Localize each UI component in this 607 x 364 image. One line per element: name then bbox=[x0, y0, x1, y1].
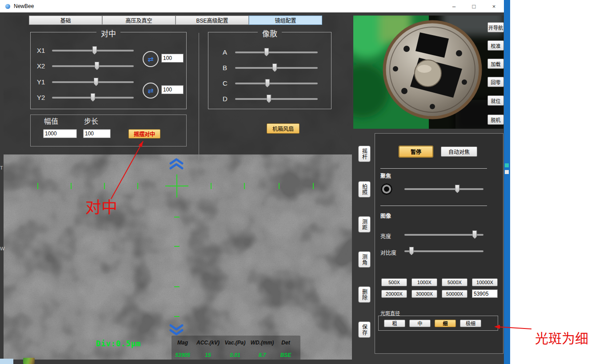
slider-thumb[interactable] bbox=[95, 62, 100, 70]
y1-slider[interactable] bbox=[52, 77, 134, 87]
tool-measure-angle-button[interactable]: 测角 bbox=[358, 251, 371, 268]
stray-label: T bbox=[0, 165, 3, 170]
stig-d-slider[interactable] bbox=[235, 94, 318, 104]
mag-5000x-button[interactable]: 5000X bbox=[442, 278, 467, 286]
mag-30000x-button[interactable]: 30000X bbox=[411, 290, 437, 298]
scale-tick bbox=[137, 183, 138, 189]
minimize-button[interactable]: – bbox=[444, 0, 464, 12]
slider-thumb[interactable] bbox=[472, 230, 477, 239]
scale-tick bbox=[211, 183, 212, 189]
annotation-spot: 光斑为细 bbox=[535, 328, 588, 347]
slider-thumb[interactable] bbox=[91, 93, 96, 102]
image-section-label: 图像 bbox=[380, 212, 391, 219]
taskbar-thumbnail[interactable] bbox=[23, 358, 35, 364]
tab-hv-vacuum[interactable]: 高压及真空 bbox=[102, 16, 176, 25]
chassis-fan-button[interactable]: 机箱风扇 bbox=[267, 123, 300, 134]
stig-c-slider[interactable] bbox=[235, 79, 318, 88]
slider-thumb[interactable] bbox=[265, 79, 270, 87]
tool-measure-distance-button[interactable]: 测距 bbox=[358, 216, 371, 233]
wobble-settings-box: 幅值 步长 摇摆对中 bbox=[30, 115, 187, 146]
taskbar-bottom-fragment bbox=[0, 359, 13, 364]
slider-thumb[interactable] bbox=[92, 46, 97, 55]
y1-label: Y1 bbox=[37, 77, 45, 87]
mag-20000x-button[interactable]: 20000X bbox=[381, 290, 407, 298]
step-input[interactable] bbox=[83, 129, 111, 138]
slider-track[interactable] bbox=[404, 250, 483, 252]
slider-track[interactable] bbox=[52, 81, 134, 83]
wobble-centering-button[interactable]: 摇摆对中 bbox=[128, 129, 160, 138]
taskbar-icon[interactable] bbox=[505, 170, 509, 174]
spot-diameter-group: 粗 中 细 极细 bbox=[378, 316, 498, 331]
x2-label: X2 bbox=[37, 61, 45, 71]
contrast-label: 对比度 bbox=[380, 249, 396, 256]
stig-a-slider[interactable] bbox=[235, 47, 318, 57]
tab-bse-advanced[interactable]: BSE高级配置 bbox=[176, 16, 249, 25]
slider-track[interactable] bbox=[404, 234, 483, 236]
brightness-slider[interactable] bbox=[404, 230, 483, 240]
tab-basic[interactable]: 基础 bbox=[29, 16, 102, 25]
scale-dash bbox=[174, 316, 180, 317]
close-button[interactable]: × bbox=[484, 0, 504, 12]
window-controls: – □ × bbox=[444, 0, 504, 12]
mag-10000x-button[interactable]: 10000X bbox=[472, 278, 498, 286]
nav-open-navigation-button[interactable]: 开导航 bbox=[487, 22, 504, 32]
slider-thumb[interactable] bbox=[94, 78, 99, 86]
slider-track[interactable] bbox=[52, 65, 134, 67]
focus-slider[interactable] bbox=[404, 184, 483, 194]
mag-1000x-button[interactable]: 1000X bbox=[411, 278, 437, 286]
slider-thumb[interactable] bbox=[272, 63, 277, 72]
stig-b-slider[interactable] bbox=[235, 63, 318, 73]
tool-joystick-button[interactable]: 摇杆 bbox=[358, 146, 371, 162]
slider-track[interactable] bbox=[235, 98, 318, 100]
wobble-x-button[interactable]: ⇄ bbox=[143, 51, 159, 67]
astigmatism-group: 像散 A B C D bbox=[208, 32, 331, 109]
slider-thumb[interactable] bbox=[409, 247, 414, 255]
x1-slider[interactable] bbox=[52, 46, 134, 55]
wobble-x-value[interactable] bbox=[161, 54, 184, 63]
tool-save-button[interactable]: 保存 bbox=[358, 321, 371, 338]
spot-fine-button[interactable]: 细 bbox=[435, 320, 456, 327]
nav-in-position-button[interactable]: 就位 bbox=[487, 95, 504, 106]
app-icon bbox=[5, 4, 10, 9]
wobble-y-value[interactable] bbox=[161, 85, 184, 94]
autofocus-button[interactable]: 自动对焦 bbox=[441, 146, 477, 157]
tool-photo-button[interactable]: 拍照 bbox=[358, 181, 371, 198]
status-value: 8.7 bbox=[248, 352, 276, 358]
nav-offline-button[interactable]: 脱机 bbox=[487, 115, 504, 125]
scale-tick bbox=[104, 183, 105, 189]
slider-track[interactable] bbox=[235, 51, 318, 53]
amplitude-input[interactable] bbox=[43, 129, 77, 138]
slider-thumb[interactable] bbox=[264, 48, 269, 56]
slider-track[interactable] bbox=[404, 188, 483, 190]
centering-group: 对中 X1 X2 Y1 Y2 bbox=[30, 32, 187, 109]
spot-medium-button[interactable]: 中 bbox=[409, 320, 431, 327]
nav-calibrate-button[interactable]: 校准 bbox=[487, 40, 504, 51]
spot-coarse-button[interactable]: 粗 bbox=[384, 320, 405, 327]
slider-track[interactable] bbox=[235, 83, 318, 84]
nav-return-zero-button[interactable]: 回零 bbox=[487, 77, 504, 87]
config-overlay: 基础 高压及真空 BSE高级配置 镜组配置 对中 X1 X2 bbox=[4, 13, 352, 154]
pause-button[interactable]: 暂停 bbox=[399, 146, 433, 157]
status-value: 53905 bbox=[172, 352, 194, 358]
sem-image-view: Div:0.5μm Mag ACC.(kV) Vac.(Pa) WD.(mm) … bbox=[4, 13, 352, 360]
chevron-up-icon bbox=[169, 158, 184, 171]
slider-thumb[interactable] bbox=[455, 185, 460, 193]
x2-slider[interactable] bbox=[52, 61, 134, 71]
maximize-button[interactable]: □ bbox=[464, 0, 484, 12]
contrast-slider[interactable] bbox=[404, 246, 483, 256]
amplitude-label: 幅值 bbox=[44, 117, 58, 127]
spot-extrafine-button[interactable]: 极细 bbox=[460, 320, 481, 327]
taskbar-icon[interactable] bbox=[505, 163, 509, 167]
slider-thumb[interactable] bbox=[267, 95, 272, 103]
stray-label: W bbox=[0, 246, 4, 251]
mag-50000x-button[interactable]: 50000X bbox=[442, 290, 467, 298]
wobble-y-button[interactable]: ⇄ bbox=[143, 83, 159, 99]
status-value: 0.01 bbox=[222, 352, 248, 358]
nav-load-button[interactable]: 加载 bbox=[487, 59, 504, 69]
tool-delete-button[interactable]: 删除 bbox=[358, 286, 371, 303]
mag-value-input[interactable] bbox=[472, 289, 498, 298]
window-title: NewBee bbox=[14, 3, 34, 9]
tab-lens-config[interactable]: 镜组配置 bbox=[249, 16, 322, 25]
mag-500x-button[interactable]: 500X bbox=[381, 278, 407, 286]
y2-slider[interactable] bbox=[52, 93, 134, 103]
